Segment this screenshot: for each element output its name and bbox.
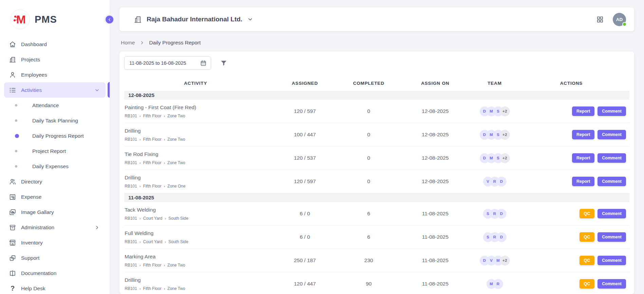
path-segment: RB101 xyxy=(125,263,137,268)
assign-on-date: 12-08-2025 xyxy=(394,155,476,161)
path-segment: RB101 xyxy=(125,184,137,189)
sidebar-item-label: Daily Progress Report xyxy=(32,133,84,139)
comment-button[interactable]: Comment xyxy=(597,256,626,265)
sidebar-item-daily-task-planning[interactable]: Daily Task Planning xyxy=(4,113,106,128)
sidebar-item-inventory[interactable]: Inventory xyxy=(4,235,106,250)
path-segment: Fifth Floor xyxy=(143,160,161,165)
chevron-right-icon: › xyxy=(164,184,165,188)
sidebar-item-label: Documentation xyxy=(21,270,101,276)
sidebar-item-expense[interactable]: Expense xyxy=(4,189,106,204)
path-segment: Zone Two xyxy=(167,263,185,268)
chevron-left-icon xyxy=(107,17,112,22)
sidebar-item-directory[interactable]: Directory xyxy=(4,174,106,189)
activity-path: RB101›Fifth Floor›Zone Two xyxy=(125,114,267,118)
path-segment: South Side xyxy=(168,239,188,244)
sidebar-item-label: Daily Task Planning xyxy=(32,118,78,124)
apps-grid-icon[interactable] xyxy=(596,16,604,23)
path-segment: Zone Two xyxy=(167,286,185,291)
report-button[interactable]: Report xyxy=(572,106,594,116)
assigned-value: 120 / 537 xyxy=(267,155,343,161)
report-button[interactable]: Report xyxy=(572,130,594,139)
activity-title: Drilling xyxy=(125,277,267,283)
team-member-avatar: D xyxy=(497,232,507,242)
activity-title: Marking Area xyxy=(125,254,267,260)
sidebar-collapse-button[interactable] xyxy=(104,14,115,25)
sidebar-item-help-desk[interactable]: ?Help Desk xyxy=(4,281,106,294)
path-segment: RB101 xyxy=(125,137,137,142)
sidebar-item-daily-progress-report[interactable]: Daily Progress Report xyxy=(4,128,106,143)
comment-button[interactable]: Comment xyxy=(597,232,626,242)
path-segment: Court Yard xyxy=(143,216,162,221)
report-button[interactable]: Report xyxy=(572,153,594,163)
row-actions: ReportComment xyxy=(513,106,629,116)
date-range-value: 11-08-2025 to 16-08-2025 xyxy=(129,60,197,66)
comment-button[interactable]: Comment xyxy=(597,130,626,139)
activity-title: Full Welding xyxy=(125,230,267,236)
team-extra-count: +2 xyxy=(500,130,510,140)
chevron-down-icon xyxy=(247,16,253,22)
assign-on-date: 11-08-2025 xyxy=(394,281,476,287)
completed-value: 0 xyxy=(343,155,394,161)
table-row: DrillingRB101›Fifth Floor›Zone Two100 / … xyxy=(124,123,629,146)
team-avatars: DMS+2 xyxy=(476,106,513,116)
sidebar-item-label: Help Desk xyxy=(21,286,101,292)
team-avatars: DMS+2 xyxy=(476,130,513,140)
filter-funnel-icon[interactable] xyxy=(220,59,227,67)
sidebar-item-attendance[interactable]: Attendance xyxy=(4,98,106,113)
completed-value: 90 xyxy=(343,281,394,287)
sidebar-item-label: Activities xyxy=(21,87,89,93)
sidebar-item-image-gallary[interactable]: Image Gallary xyxy=(4,204,106,220)
sidebar-item-dashboard[interactable]: Dashboard xyxy=(4,37,106,52)
activity-path: RB101›Fifth Floor›Zone One xyxy=(125,184,267,189)
team-extra-count: +2 xyxy=(500,256,510,266)
path-segment: Zone Two xyxy=(167,160,185,165)
sidebar-item-support[interactable]: Support xyxy=(4,250,106,266)
path-segment: Court Yard xyxy=(143,239,162,244)
path-segment: Zone Two xyxy=(167,114,185,118)
comment-button[interactable]: Comment xyxy=(597,209,626,218)
copy-icon xyxy=(9,254,16,262)
assign-on-date: 11-08-2025 xyxy=(394,257,476,263)
activity-title: Tack Welding xyxy=(125,207,267,213)
sidebar-item-project-report[interactable]: Project Report xyxy=(4,143,106,159)
assign-on-date: 12-08-2025 xyxy=(394,108,476,114)
qc-button[interactable]: QC xyxy=(579,256,595,265)
sidebar-item-documentation[interactable]: Documentation xyxy=(4,266,106,281)
breadcrumb-current: Daily Progress Report xyxy=(149,40,201,46)
date-range-input[interactable]: 11-08-2025 to 16-08-2025 xyxy=(124,56,211,70)
breadcrumb-home[interactable]: Home xyxy=(121,40,135,46)
content-card: 11-08-2025 to 16-08-2025 ACTIVITYASSIGNE… xyxy=(119,52,634,294)
comment-button[interactable]: Comment xyxy=(597,106,626,116)
bullet-dot-icon xyxy=(15,150,17,152)
completed-value: 6 xyxy=(343,234,394,240)
sidebar-item-label: Projects xyxy=(21,57,101,63)
brand-name: PMS xyxy=(35,14,57,25)
sidebar-item-daily-expenses[interactable]: Daily Expenses xyxy=(4,159,106,174)
assigned-value: 120 / 597 xyxy=(267,178,343,184)
qc-button[interactable]: QC xyxy=(579,232,595,242)
chevron-right-icon: › xyxy=(164,161,165,165)
team-avatars: SRD xyxy=(476,232,513,242)
row-actions: ReportComment xyxy=(513,153,629,163)
chevron-right-icon: › xyxy=(140,137,141,141)
sidebar-item-administration[interactable]: Administration xyxy=(4,220,106,235)
bullet-dot-icon xyxy=(15,119,17,122)
comment-button[interactable]: Comment xyxy=(597,177,626,186)
comment-button[interactable]: Comment xyxy=(597,153,626,163)
sidebar-nav: DashboardProjectsEmployeesActivitiesAtte… xyxy=(0,35,110,294)
sidebar-item-projects[interactable]: Projects xyxy=(4,52,106,67)
comment-button[interactable]: Comment xyxy=(597,279,626,289)
report-button[interactable]: Report xyxy=(572,177,594,186)
chevron-right-icon: › xyxy=(165,240,166,244)
path-segment: Fifth Floor xyxy=(143,286,161,291)
team-avatars: DVM+2 xyxy=(476,256,513,266)
team-avatars: MR xyxy=(476,279,513,289)
qc-button[interactable]: QC xyxy=(579,279,595,289)
user-avatar[interactable]: AD xyxy=(613,13,626,26)
company-selector[interactable]: Raja Bahadur International Ltd. xyxy=(134,15,253,23)
completed-value: 0 xyxy=(343,108,394,114)
sidebar-item-employees[interactable]: Employees xyxy=(4,67,106,82)
qc-button[interactable]: QC xyxy=(579,209,595,218)
sidebar-item-activities[interactable]: Activities xyxy=(4,82,106,98)
table-row: Full WeldingRB101›Court Yard›South Side6… xyxy=(124,226,629,249)
